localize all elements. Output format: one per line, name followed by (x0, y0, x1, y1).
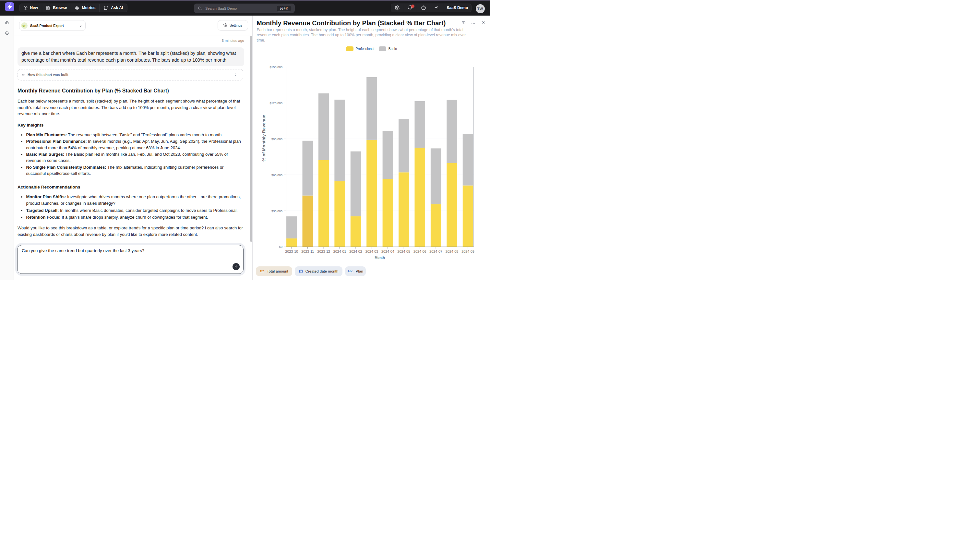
svg-text:2024-09: 2024-09 (462, 250, 474, 253)
svg-text:2024-06: 2024-06 (413, 250, 426, 253)
svg-text:2024-08: 2024-08 (445, 250, 458, 253)
svg-text:$0: $0 (279, 245, 282, 248)
svg-text:2024-05: 2024-05 (397, 250, 410, 253)
svg-text:2023-11: 2023-11 (301, 250, 314, 253)
svg-text:% of Monthly Revenue: % of Monthly Revenue (261, 115, 266, 162)
svg-text:$90,000: $90,000 (271, 137, 282, 141)
svg-text:Month: Month (375, 256, 385, 260)
svg-text:$150,000: $150,000 (269, 65, 282, 69)
svg-text:2024-02: 2024-02 (349, 250, 362, 253)
svg-text:$60,000: $60,000 (271, 173, 282, 177)
svg-text:2023-12: 2023-12 (317, 250, 330, 253)
svg-text:2024-03: 2024-03 (365, 250, 378, 253)
svg-text:$30,000: $30,000 (271, 209, 282, 213)
svg-text:2023-10: 2023-10 (285, 250, 298, 253)
svg-text:2024-04: 2024-04 (381, 250, 394, 253)
svg-text:2024-01: 2024-01 (333, 250, 346, 253)
svg-text:$120,000: $120,000 (269, 101, 282, 105)
svg-text:2024-07: 2024-07 (429, 250, 442, 253)
